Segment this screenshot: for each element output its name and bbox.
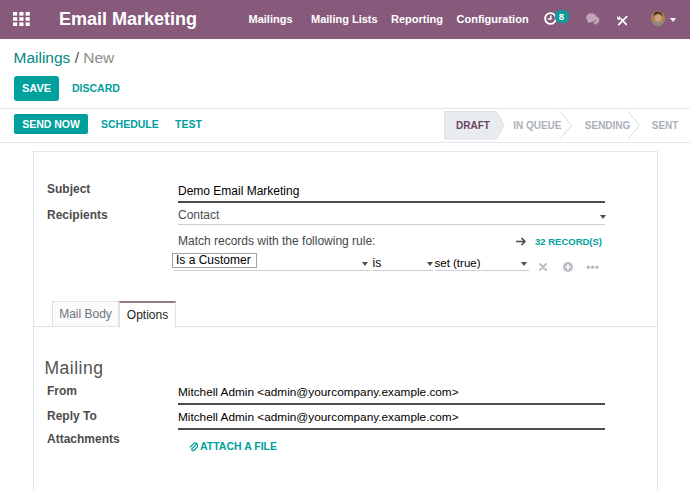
svg-text:IN QUEUE: IN QUEUE	[513, 120, 562, 131]
svg-text:SENT: SENT	[651, 120, 678, 131]
svg-text:DRAFT: DRAFT	[456, 120, 490, 131]
svg-text:SENDING: SENDING	[584, 120, 630, 131]
